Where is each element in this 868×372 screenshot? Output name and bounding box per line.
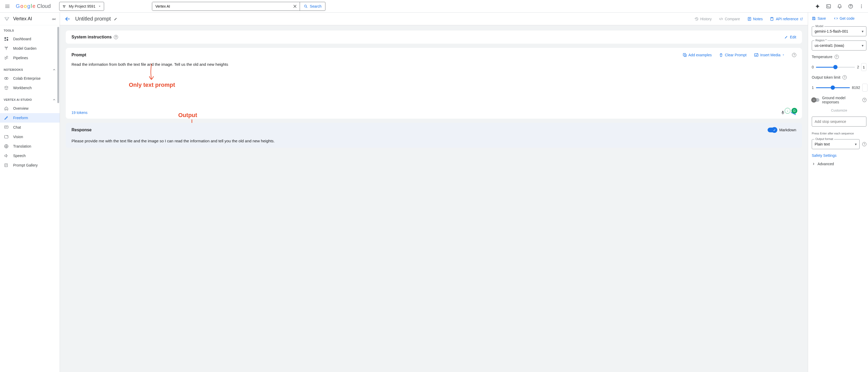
sidebar-item-workbench[interactable]: Workbench (0, 83, 60, 93)
sidebar-heading-notebooks[interactable]: NOTEBOOKS (0, 66, 60, 74)
pencil-icon (784, 35, 788, 39)
notes-button[interactable]: Notes (747, 17, 763, 21)
search-button[interactable]: Search (300, 2, 325, 10)
sidebar-item-prompt-gallery[interactable]: Prompt Gallery (0, 161, 60, 170)
temperature-input[interactable] (861, 63, 866, 71)
caret-down-icon: ▾ (862, 44, 864, 48)
customize-link: Customize (812, 108, 866, 112)
svg-rect-9 (4, 37, 6, 39)
grammarly-add-icon: ↓ (785, 108, 790, 114)
vision-icon (4, 135, 9, 139)
caret-down-icon: ▾ (862, 29, 864, 33)
sidebar-item-pipelines[interactable]: Pipelines (0, 53, 60, 63)
svg-rect-12 (4, 40, 6, 41)
help-icon[interactable]: ? (792, 53, 796, 57)
sidebar-item-colab[interactable]: Colab Enterprise (0, 74, 60, 83)
pencil2-icon (4, 115, 9, 120)
chevron-up-icon (52, 98, 56, 102)
top-right-icons (815, 4, 866, 9)
output-token-input[interactable] (862, 84, 867, 91)
prompt-text[interactable]: Read the information from both the text … (71, 62, 796, 66)
svg-rect-16 (4, 136, 8, 138)
help-icon[interactable]: ? (863, 98, 866, 102)
add-examples-button[interactable]: Add examples (683, 53, 712, 57)
google-cloud-logo[interactable]: Google Cloud (16, 3, 51, 9)
search-input[interactable] (152, 2, 290, 10)
chevron-up-icon (52, 68, 56, 71)
notifications-icon[interactable] (837, 4, 842, 9)
vertex-ai-logo-icon (4, 16, 10, 22)
rename-button[interactable] (114, 17, 118, 21)
api-reference-button[interactable]: API reference (770, 17, 803, 21)
workbench-icon (4, 86, 9, 90)
main-content: Untitled prompt History Compare Notes AP… (60, 12, 808, 372)
output-format-select[interactable]: Output format Plain text▾ (812, 139, 860, 149)
cloudshell-icon[interactable] (826, 4, 831, 9)
ground-responses-toggle[interactable]: − (812, 98, 819, 102)
svg-point-1 (64, 5, 65, 6)
advanced-toggle[interactable]: Advanced (812, 162, 866, 166)
sidebar-heading-tools: TOOLS (0, 27, 60, 34)
gallery-icon (4, 163, 9, 168)
sidebar-scrollbar[interactable] (57, 25, 60, 372)
grammarly-icon: G (792, 108, 797, 114)
sidebar-item-translation[interactable]: Translation (0, 142, 60, 151)
sidebar-item-vision[interactable]: Vision (0, 132, 60, 142)
project-picker[interactable]: My Project 9591 (59, 2, 104, 11)
add-examples-icon (683, 53, 687, 57)
prompt-title: Untitled prompt (75, 16, 118, 22)
get-code-button[interactable]: Get code (834, 16, 855, 21)
save-button[interactable]: Save (812, 16, 826, 21)
sidebar-item-dashboard[interactable]: Dashboard (0, 34, 60, 44)
grammarly-widget[interactable]: ↓ G (785, 108, 797, 114)
hamburger-menu[interactable] (2, 1, 12, 11)
svg-point-6 (861, 4, 862, 5)
markdown-toggle[interactable]: ✓ (768, 127, 777, 132)
back-button[interactable] (65, 16, 70, 22)
sidebar-item-chat[interactable]: Chat (0, 123, 60, 132)
sidebar: Vertex AI TOOLS Dashboard Model Garden P… (0, 12, 60, 372)
search-clear-button[interactable] (290, 4, 300, 8)
safety-settings-link[interactable]: Safety Settings (812, 153, 866, 158)
right-panel: Save Get code Model gemini-1.5-flash-001… (808, 12, 868, 372)
stop-sequence-hint: Press Enter after each sequence (812, 132, 866, 135)
markdown-label: Markdown (779, 128, 796, 132)
gemini-spark-icon[interactable] (815, 4, 820, 9)
help-menu-icon[interactable] (848, 4, 853, 9)
sidebar-item-overview[interactable]: Overview (0, 104, 60, 113)
translate-icon (4, 144, 9, 149)
sidebar-item-freeform[interactable]: Freeform (0, 113, 60, 123)
pipelines-icon (4, 56, 9, 60)
search-bar: Search (152, 2, 326, 11)
help-icon[interactable]: ? (862, 142, 866, 146)
sprout-icon (4, 46, 9, 51)
compare-button[interactable]: Compare (719, 17, 740, 21)
clear-prompt-button[interactable]: Clear Prompt (719, 53, 746, 57)
svg-rect-15 (4, 126, 8, 128)
temperature-slider[interactable] (816, 67, 855, 67)
help-icon[interactable]: ? (842, 75, 847, 80)
project-icon (62, 4, 66, 8)
annotation-text: Only text prompt (129, 82, 175, 88)
colab-icon (4, 76, 9, 81)
history-icon (694, 17, 699, 21)
sidebar-title: Vertex AI (13, 16, 49, 22)
sidebar-item-speech[interactable]: Speech (0, 151, 60, 161)
output-token-slider[interactable] (816, 87, 850, 88)
overflow-menu-icon[interactable] (859, 4, 864, 9)
trash-icon (719, 53, 723, 57)
svg-rect-20 (771, 17, 773, 21)
sidebar-item-model-garden[interactable]: Model Garden (0, 44, 60, 53)
edit-system-instructions-button[interactable]: Edit (784, 35, 796, 39)
model-select[interactable]: Model gemini-1.5-flash-001▾ (812, 26, 866, 36)
sidebar-heading-studio[interactable]: VERTEX AI STUDIO (0, 96, 60, 104)
dashboard-icon (4, 36, 9, 41)
help-icon[interactable]: ? (114, 35, 118, 39)
help-icon[interactable]: ? (835, 55, 839, 59)
history-button[interactable]: History (694, 17, 712, 21)
insert-media-button[interactable]: Insert Media (754, 53, 785, 57)
prompt-card: Prompt Add examples Clear Prompt Insert … (66, 48, 802, 119)
pin-icon[interactable] (52, 17, 56, 21)
stop-sequence-input[interactable] (812, 117, 866, 126)
region-select[interactable]: Region * us-central1 (Iowa)▾ (812, 40, 866, 51)
